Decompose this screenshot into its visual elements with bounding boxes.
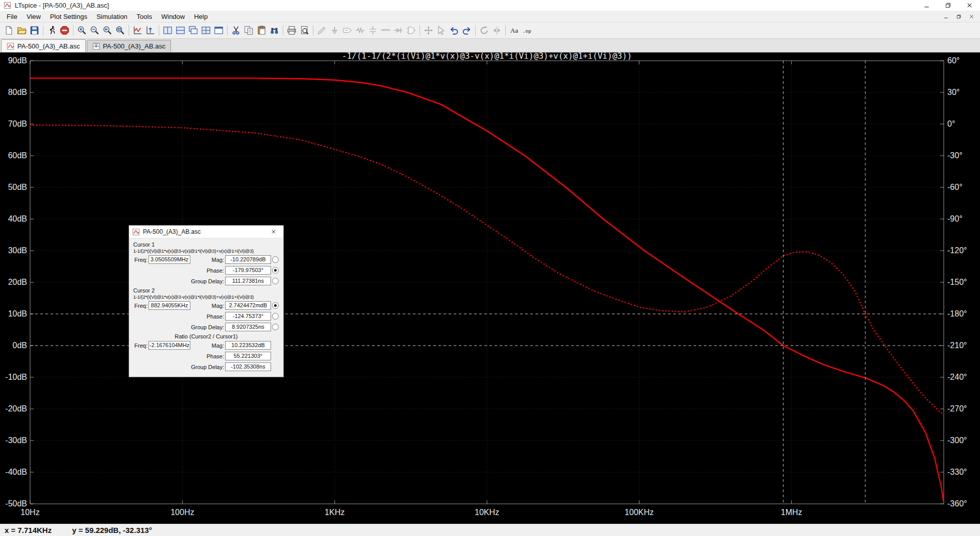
net-label-button[interactable] — [341, 23, 354, 37]
cursor2-mag-label: Mag: — [191, 303, 224, 309]
cursor2-gd-radio[interactable] — [272, 324, 279, 330]
y-right-tick-label: -180° — [947, 309, 967, 318]
drag-button[interactable] — [435, 23, 448, 37]
grid-pane-icon — [214, 26, 224, 35]
cursor2-expression: 1-1/(2*(i(Vi)@1*v(x)@3-v(x)@1*i(Vi)@3)+v… — [133, 294, 280, 300]
cursor1-gd-radio[interactable] — [272, 278, 279, 284]
cut-button[interactable] — [230, 23, 242, 37]
ratio-gd-row: Group Delay: -102.35308ns — [132, 362, 280, 371]
cut-icon — [231, 26, 241, 35]
autorange-y-button[interactable] — [144, 23, 157, 37]
cursor-window-titlebar[interactable]: PA-500_(A3)_AB.asc — [129, 226, 283, 238]
cursor2-phase-field[interactable]: -124.75373° — [225, 312, 271, 321]
wire-button[interactable] — [315, 23, 328, 37]
zoom-out-button[interactable] — [88, 23, 101, 37]
diode-button[interactable] — [392, 23, 405, 37]
capacitor-icon — [368, 26, 378, 35]
ltspice-window: LTspice - [PA-500_(A3)_AB.asc] FileViewP… — [0, 0, 980, 536]
minimize-button[interactable] — [916, 0, 937, 11]
y-right-tick-label: 30° — [947, 88, 960, 96]
menu-plot-settings[interactable]: Plot Settings — [45, 11, 92, 22]
cursor2-mag-radio[interactable] — [272, 302, 279, 309]
ratio-gd-field[interactable]: -102.35308ns — [225, 362, 271, 371]
tile-horizontal-button[interactable] — [174, 23, 187, 37]
resistor-button[interactable] — [354, 23, 366, 37]
restore-button[interactable] — [937, 0, 959, 11]
find-button[interactable] — [268, 23, 281, 37]
trace-expression-title[interactable]: -1/(1-1/(2*(i(Vi)@1*v(x)@3-v(x)@1*i(Vi)@… — [342, 53, 632, 61]
y-left-tick-label: -30dB — [5, 436, 27, 445]
cursor2-mag-field[interactable]: 2.7424472mdB — [225, 301, 271, 310]
inductor-icon — [381, 26, 390, 35]
mdi-restore-button[interactable] — [952, 12, 965, 21]
cursor1-gd-field[interactable]: 111.27381ns — [225, 277, 271, 285]
cursor1-phase-field[interactable]: -179.97503° — [225, 266, 271, 275]
zoom-in-button[interactable] — [76, 23, 88, 37]
cursor2-phase-label: Phase: — [132, 313, 224, 320]
cursor1-phase-radio[interactable] — [272, 267, 279, 274]
cursor1-mag-field[interactable]: -10.220789dB — [225, 255, 271, 264]
mirror-button[interactable] — [491, 23, 503, 37]
menu-window[interactable]: Window — [157, 11, 189, 22]
menu-simulation[interactable]: Simulation — [92, 11, 132, 22]
menu-help[interactable]: Help — [189, 11, 212, 22]
mark-data-point-button[interactable] — [131, 23, 144, 37]
tab-2[interactable]: PA-500_(A3)_AB.asc — [87, 40, 172, 52]
y-left-tick-label: 60dB — [8, 151, 27, 160]
component-button[interactable] — [405, 23, 418, 37]
rotate-button[interactable] — [478, 23, 491, 37]
run-button[interactable] — [45, 23, 58, 37]
mdi-minimize-button[interactable] — [940, 12, 952, 21]
close-button[interactable] — [959, 0, 980, 11]
copy-button[interactable] — [242, 23, 255, 37]
split-pane-icon — [201, 26, 211, 35]
zoom-full-button[interactable] — [114, 23, 127, 37]
menu-file[interactable]: File — [2, 11, 22, 22]
undo-button[interactable] — [448, 23, 460, 37]
menu-tools[interactable]: Tools — [132, 11, 157, 22]
zoom-back-button[interactable] — [101, 23, 114, 37]
waveform-viewer[interactable]: 90dB80dB70dB60dB50dB40dB30dB20dB10dB0dB-… — [0, 53, 980, 524]
cursor1-freq-field[interactable]: 3.0505509MHz — [149, 255, 190, 264]
grid-pane-button[interactable] — [212, 23, 225, 37]
cascade-windows-button[interactable] — [187, 23, 200, 37]
redo-icon — [462, 26, 472, 35]
paste-button[interactable] — [255, 23, 268, 37]
cursor-results-window: PA-500_(A3)_AB.asc Cursor 1 1-1/(2*(i(Vi… — [129, 225, 284, 377]
capacitor-button[interactable] — [366, 23, 379, 37]
ratio-mag-field[interactable]: 10.223532dB — [225, 341, 271, 350]
open-folder-button[interactable] — [15, 23, 28, 37]
cursor2-phase-radio[interactable] — [272, 313, 279, 320]
toolbar-separator — [475, 25, 476, 36]
cursor2-freq-mag-row: Freq: 882.94055KHz Mag: 2.7424472mdB — [132, 301, 280, 310]
tile-vertical-button[interactable] — [161, 23, 174, 37]
ground-button[interactable] — [328, 23, 341, 37]
toolbar-separator — [129, 25, 129, 36]
mdi-close-button[interactable] — [965, 12, 978, 21]
ratio-phase-field[interactable]: 55.221303° — [225, 352, 271, 360]
menu-view[interactable]: View — [22, 11, 45, 22]
tab-bar: PA-500_(A3)_AB.ascPA-500_(A3)_AB.asc — [0, 39, 980, 53]
x-tick-label: 10KHz — [475, 508, 499, 517]
cursor2-freq-field[interactable]: 882.94055KHz — [149, 301, 190, 310]
cursor2-gd-field[interactable]: 8.9207325ns — [225, 323, 271, 331]
copy-icon — [244, 26, 254, 35]
inductor-button[interactable] — [379, 23, 392, 37]
autorange-y-icon — [145, 26, 155, 35]
split-pane-button[interactable] — [200, 23, 212, 37]
print-button[interactable] — [285, 23, 298, 37]
cursor-window-close-icon[interactable] — [265, 226, 282, 238]
halt-button[interactable] — [58, 23, 71, 37]
cursor1-mag-radio[interactable] — [272, 256, 279, 263]
spice-directive-button[interactable]: .op — [521, 23, 533, 37]
text-button[interactable]: Aa — [508, 23, 521, 37]
ratio-freq-field[interactable]: -2.1676104MHz — [149, 341, 190, 350]
tab-1[interactable]: PA-500_(A3)_AB.asc — [1, 39, 86, 52]
redo-button[interactable] — [460, 23, 473, 37]
toolbar-separator — [159, 25, 159, 36]
new-file-button[interactable] — [3, 23, 15, 37]
cascade-windows-icon — [188, 26, 198, 35]
move-button[interactable] — [422, 23, 435, 37]
print-preview-button[interactable] — [298, 23, 311, 37]
save-button[interactable] — [28, 23, 41, 37]
